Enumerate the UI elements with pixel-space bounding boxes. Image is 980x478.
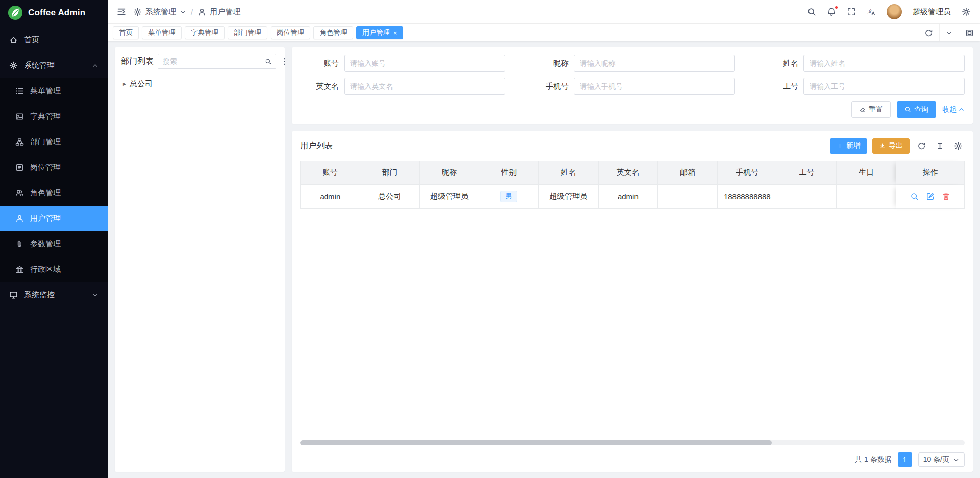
chevron-down-icon: [180, 9, 186, 15]
avatar[interactable]: [887, 4, 902, 19]
sidebar-item-system[interactable]: 系统管理: [0, 53, 108, 78]
tab-home[interactable]: 首页: [113, 26, 139, 39]
table-refresh-button[interactable]: [915, 139, 928, 153]
scrollbar-thumb[interactable]: [300, 440, 772, 445]
tab-post-mgmt[interactable]: 岗位管理: [271, 26, 310, 39]
field-label: 工号: [760, 82, 798, 91]
column-header[interactable]: 手机号: [718, 161, 777, 185]
column-header[interactable]: 英文名: [599, 161, 658, 185]
column-header[interactable]: 邮箱: [658, 161, 718, 185]
sidebar-item-param-mgmt[interactable]: 参数管理: [0, 231, 108, 257]
table-toolbar: 新增 导出: [830, 138, 965, 154]
sidebar-item-label: 角色管理: [30, 188, 61, 198]
tab-menu-mgmt[interactable]: 菜单管理: [142, 26, 182, 39]
column-header[interactable]: 姓名: [539, 161, 599, 185]
department-more-button[interactable]: [280, 54, 289, 69]
tab-dept-mgmt[interactable]: 部门管理: [228, 26, 267, 39]
fullscreen-button[interactable]: [847, 7, 856, 16]
page-size-select[interactable]: 10 条/页: [918, 452, 965, 467]
monitor-icon: [9, 291, 18, 299]
tab-user-mgmt[interactable]: 用户管理 ×: [356, 26, 403, 39]
sidebar-item-label: 字典管理: [30, 112, 61, 121]
view-icon[interactable]: [910, 192, 919, 201]
table-settings-button[interactable]: [951, 139, 965, 153]
sidebar-item-region-mgmt[interactable]: 行政区域: [0, 257, 108, 282]
sidebar-item-home[interactable]: 首页: [0, 27, 108, 53]
column-header[interactable]: 性别: [479, 161, 539, 185]
sidebar-item-user-mgmt[interactable]: 用户管理: [0, 206, 108, 231]
gear-icon: [962, 7, 971, 16]
column-header[interactable]: 昵称: [420, 161, 479, 185]
tab-role-mgmt[interactable]: 角色管理: [313, 26, 353, 39]
collapse-link-label: 收起: [942, 105, 957, 114]
account-input[interactable]: [344, 55, 505, 72]
column-header[interactable]: 工号: [777, 161, 837, 185]
tab-label: 菜单管理: [148, 28, 176, 37]
cell-actions: [896, 185, 965, 209]
filter-field-name: 姓名: [760, 55, 965, 72]
phone-input[interactable]: [574, 78, 735, 95]
collapse-icon: [117, 7, 126, 16]
field-label: 手机号: [530, 82, 569, 91]
filter-card: 账号 昵称 姓名 英文名: [292, 47, 973, 124]
horizontal-scrollbar[interactable]: [300, 440, 965, 445]
export-button[interactable]: 导出: [872, 138, 910, 154]
sidebar-item-dept-mgmt[interactable]: 部门管理: [0, 129, 108, 155]
department-search-button[interactable]: [260, 54, 276, 69]
department-tree: ▸ 总公司: [121, 76, 279, 466]
add-user-button[interactable]: 新增: [830, 138, 867, 154]
cell-birthday: [837, 185, 896, 209]
sidebar-item-dict-mgmt[interactable]: 字典管理: [0, 104, 108, 129]
sidebar-item-post-mgmt[interactable]: 岗位管理: [0, 155, 108, 180]
column-header[interactable]: 部门: [360, 161, 420, 185]
table-density-button[interactable]: [933, 139, 946, 153]
main-area: 系统管理 / 用户管理 文 超级管理员: [108, 0, 980, 478]
settings-button[interactable]: [962, 7, 971, 16]
tab-options-button[interactable]: [939, 24, 959, 41]
language-button[interactable]: 文: [867, 7, 876, 16]
roles-icon: [15, 189, 24, 197]
search-button-label: 查询: [914, 105, 928, 114]
page-button-1[interactable]: 1: [898, 452, 912, 467]
search-button[interactable]: 查询: [897, 101, 936, 118]
cell-department: 总公司: [360, 185, 420, 209]
department-panel-header: 部门列表: [121, 54, 279, 69]
sidebar-collapse-button[interactable]: [117, 7, 126, 16]
paperclip-icon: [15, 240, 24, 248]
department-search-input[interactable]: [158, 54, 260, 69]
caret-right-icon[interactable]: ▸: [123, 80, 126, 87]
sidebar-item-monitor[interactable]: 系统监控: [0, 282, 108, 308]
column-header[interactable]: 生日: [837, 161, 896, 185]
notification-dot: [835, 6, 838, 9]
field-label: 账号: [300, 59, 339, 68]
collapse-filter-link[interactable]: 收起: [942, 105, 965, 114]
cell-english-name: admin: [599, 185, 658, 209]
reset-button[interactable]: 重置: [851, 101, 891, 118]
nickname-input[interactable]: [574, 55, 735, 72]
cell-nickname: 超级管理员: [420, 185, 479, 209]
content: 部门列表 ▸ 总公司: [108, 41, 980, 478]
global-search-button[interactable]: [807, 7, 816, 16]
delete-icon[interactable]: [942, 192, 950, 201]
name-input[interactable]: [803, 55, 965, 72]
notifications-button[interactable]: [827, 7, 836, 16]
job-number-input[interactable]: [803, 78, 965, 95]
sidebar-item-label: 参数管理: [30, 239, 61, 249]
english-name-input[interactable]: [344, 78, 505, 95]
refresh-tab-button[interactable]: [918, 24, 939, 41]
edit-icon[interactable]: [926, 192, 935, 201]
column-header[interactable]: 账号: [300, 161, 360, 185]
tab-close-icon[interactable]: ×: [393, 30, 397, 36]
user-table-card: 用户列表 新增 导出: [292, 131, 973, 472]
sidebar-item-menu-mgmt[interactable]: 菜单管理: [0, 78, 108, 104]
tree-item-head-office[interactable]: ▸ 总公司: [121, 76, 279, 91]
table-title: 用户列表: [300, 141, 333, 152]
org-chart-icon: [15, 138, 24, 146]
breadcrumb-section[interactable]: 系统管理: [145, 7, 176, 17]
chevron-up-icon: [958, 106, 965, 113]
content-fullscreen-button[interactable]: [959, 24, 980, 41]
current-user-name[interactable]: 超级管理员: [913, 7, 951, 17]
tab-dict-mgmt[interactable]: 字典管理: [185, 26, 225, 39]
tab-label: 首页: [119, 28, 133, 37]
sidebar-item-role-mgmt[interactable]: 角色管理: [0, 180, 108, 206]
